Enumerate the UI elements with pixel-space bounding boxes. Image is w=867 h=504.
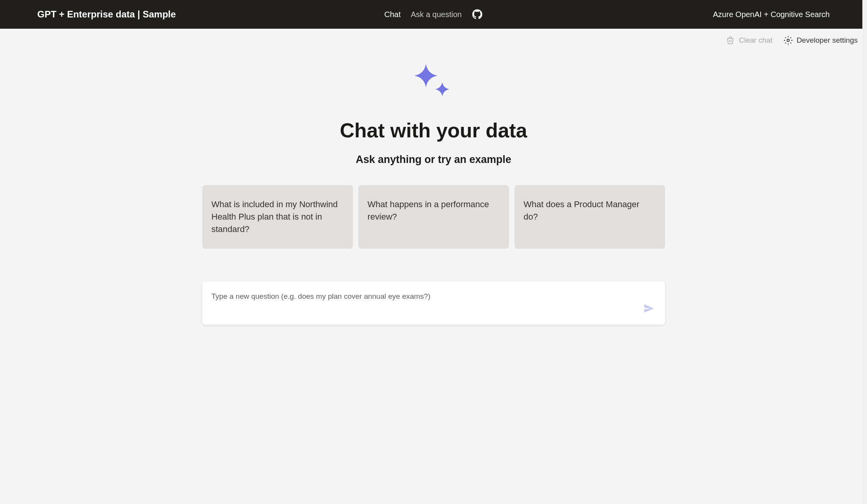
toolbar: Clear chat Developer settings — [0, 29, 867, 52]
github-icon[interactable] — [472, 9, 483, 20]
app-header: GPT + Enterprise data | Sample Chat Ask … — [0, 0, 867, 29]
nav: Chat Ask a question — [384, 9, 483, 20]
send-button[interactable] — [642, 301, 656, 317]
header-tagline: Azure OpenAI + Cognitive Search — [713, 10, 830, 19]
dev-settings-label: Developer settings — [797, 36, 858, 45]
nav-chat[interactable]: Chat — [384, 10, 401, 19]
svg-point-0 — [787, 39, 789, 42]
app-title: GPT + Enterprise data | Sample — [37, 9, 176, 20]
trash-icon — [726, 36, 735, 45]
page-subtitle: Ask anything or try an example — [356, 154, 511, 166]
clear-chat-label: Clear chat — [739, 36, 773, 45]
example-card[interactable]: What is included in my Northwind Health … — [202, 185, 353, 249]
chat-input-container — [202, 281, 665, 325]
gear-icon — [784, 36, 793, 45]
clear-chat-button[interactable]: Clear chat — [726, 36, 773, 45]
example-list: What is included in my Northwind Health … — [202, 185, 665, 249]
example-card[interactable]: What does a Product Manager do? — [514, 185, 665, 249]
main-content: Chat with your data Ask anything or try … — [0, 52, 867, 325]
page-title: Chat with your data — [340, 119, 527, 142]
scrollbar[interactable] — [862, 0, 867, 504]
chat-input[interactable] — [212, 292, 642, 301]
send-icon — [643, 308, 654, 315]
sparkle-icon — [408, 62, 459, 105]
dev-settings-button[interactable]: Developer settings — [784, 36, 858, 45]
example-card[interactable]: What happens in a performance review? — [358, 185, 509, 249]
nav-ask[interactable]: Ask a question — [411, 10, 462, 19]
